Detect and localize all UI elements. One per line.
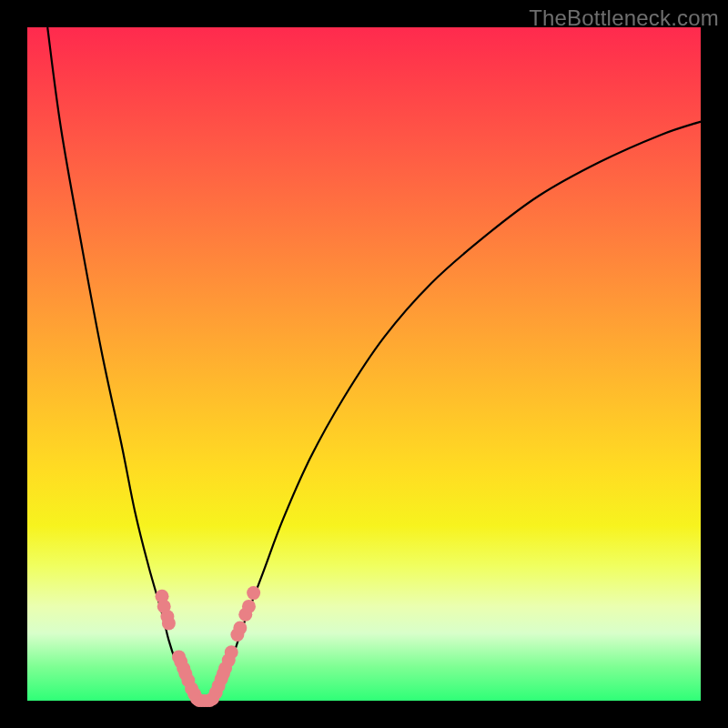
data-point [162, 616, 176, 630]
chart-svg [27, 27, 701, 701]
watermark-text: TheBottleneck.com [529, 5, 719, 31]
data-point [233, 622, 247, 635]
data-point [247, 586, 260, 600]
right-curve [216, 122, 701, 701]
left-curve [47, 27, 196, 701]
data-point [242, 600, 256, 613]
data-point [204, 694, 217, 707]
data-point [225, 645, 238, 659]
outer-frame: TheBottleneck.com [0, 0, 728, 728]
